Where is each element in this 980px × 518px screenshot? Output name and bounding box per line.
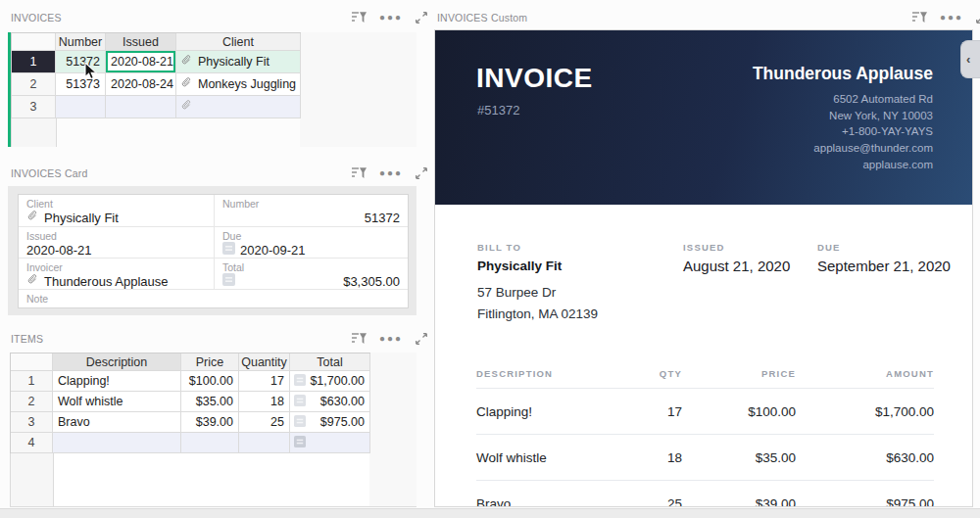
- corner-cell[interactable]: [11, 353, 53, 371]
- item-qty: 17: [564, 389, 682, 435]
- cell-quantity[interactable]: 25: [239, 412, 290, 433]
- cell-text: $630.00: [320, 395, 365, 408]
- cell-price[interactable]: [181, 433, 239, 453]
- formula-icon: [294, 374, 306, 389]
- cell-description[interactable]: Clapping!: [53, 371, 181, 392]
- field-client[interactable]: Client Physically Fit: [19, 195, 215, 226]
- column-header-quantity[interactable]: Quantity: [239, 353, 290, 371]
- table-row: 2 Wolf whistle $35.00 18 $630.00: [11, 392, 370, 412]
- header-row: Number Issued Client: [12, 33, 301, 51]
- cursor-cell-issued[interactable]: 2020-08-21: [106, 51, 176, 73]
- more-options-icon[interactable]: ●●●: [379, 10, 403, 25]
- bottom-scroll-area[interactable]: [0, 508, 980, 518]
- items-header-description: DESCRIPTION: [476, 368, 564, 389]
- field-due[interactable]: Due 2020-09-21: [215, 227, 408, 258]
- column-header-client[interactable]: Client: [176, 33, 301, 51]
- sort-filter-icon[interactable]: [911, 10, 928, 25]
- company-address-line: applause.com: [813, 157, 933, 173]
- cell-price[interactable]: $100.00: [181, 371, 239, 392]
- field-value: Please slip a check under my door: [26, 305, 400, 308]
- field-number[interactable]: Number 51372: [215, 195, 408, 226]
- cell-issued[interactable]: [106, 96, 176, 118]
- paperclip-icon: [180, 99, 193, 115]
- item-price: $100.00: [682, 389, 796, 435]
- column-header-price[interactable]: Price: [181, 353, 239, 371]
- bill-to-label: BILL TO: [477, 242, 521, 253]
- row-number[interactable]: 1: [12, 51, 56, 73]
- table-row: 1 Clapping! $100.00 17 $1,700.00: [11, 371, 370, 392]
- row-number[interactable]: 3: [12, 96, 56, 118]
- field-note[interactable]: Note Please slip a check under my door: [19, 290, 408, 308]
- cell-description[interactable]: [53, 433, 181, 453]
- bill-to-name: Physically Fit: [477, 259, 562, 273]
- cell-quantity[interactable]: 18: [239, 392, 290, 412]
- cell-client[interactable]: Physically Fit: [176, 51, 301, 73]
- field-issued[interactable]: Issued 2020-08-21: [19, 227, 215, 258]
- cell-number[interactable]: [56, 96, 106, 118]
- header-row: Description Price Quantity Total: [11, 353, 370, 371]
- grist-document-view: INVOICES ●●● Number Issued Client 1 5137…: [0, 0, 980, 518]
- cell-total[interactable]: $975.00: [290, 412, 370, 433]
- column-header-number[interactable]: Number: [56, 33, 106, 51]
- cell-issued[interactable]: 2020-08-24: [106, 73, 176, 96]
- cell-description[interactable]: Bravo: [53, 412, 181, 433]
- field-invoicer[interactable]: Invoicer Thunderous Applause: [19, 259, 215, 289]
- items-header-price: PRICE: [682, 368, 796, 389]
- invoices-table: Number Issued Client 1 51372 2020-08-21 …: [11, 32, 301, 118]
- column-header-issued[interactable]: Issued: [106, 33, 176, 51]
- cell-price[interactable]: $39.00: [181, 412, 239, 433]
- row-number[interactable]: 2: [11, 392, 53, 412]
- corner-cell[interactable]: [12, 33, 56, 51]
- panel-title-invoices-card: INVOICES Card: [11, 167, 87, 179]
- field-label: Due: [222, 230, 400, 242]
- expand-icon[interactable]: [975, 10, 980, 25]
- grid-empty-area: [369, 353, 416, 506]
- row-number[interactable]: 3: [11, 412, 53, 433]
- sort-filter-icon[interactable]: [351, 165, 368, 181]
- items-header-amount: AMOUNT: [796, 368, 934, 389]
- cell-quantity[interactable]: [239, 433, 290, 453]
- cell-client[interactable]: Monkeys Juggling: [176, 73, 301, 96]
- company-address-line: 6502 Automated Rd: [813, 91, 933, 108]
- cell-total[interactable]: $630.00: [290, 392, 370, 412]
- invoice-preview-widget: INVOICE #51372 Thunderous Applause 6502 …: [434, 29, 973, 507]
- item-qty: 25: [564, 481, 682, 507]
- cell-number[interactable]: 51373: [56, 73, 106, 96]
- more-options-icon[interactable]: ●●●: [940, 10, 963, 25]
- panel-title-items: ITEMS: [11, 333, 43, 345]
- item-amount: $630.00: [796, 435, 934, 481]
- cell-text: Monkeys Juggling: [198, 77, 296, 91]
- cell-total[interactable]: $1,700.00: [290, 371, 370, 392]
- cell-description[interactable]: Wolf whistle: [53, 392, 181, 412]
- row-number[interactable]: 1: [11, 371, 53, 392]
- field-total[interactable]: Total $3,305.00: [215, 259, 408, 289]
- cell-text: Physically Fit: [198, 55, 270, 69]
- row-number[interactable]: 2: [12, 73, 56, 96]
- cell-client[interactable]: [176, 96, 301, 118]
- paperclip-icon: [180, 76, 193, 92]
- cell-total[interactable]: [290, 433, 370, 453]
- invoice-header: INVOICE #51372 Thunderous Applause 6502 …: [435, 30, 972, 205]
- sort-filter-icon[interactable]: [351, 331, 368, 347]
- column-header-description[interactable]: Description: [53, 353, 181, 371]
- column-header-total[interactable]: Total: [290, 353, 370, 371]
- cell-quantity[interactable]: 17: [239, 371, 290, 392]
- sort-filter-icon[interactable]: [351, 10, 368, 25]
- row-number[interactable]: 4: [11, 433, 53, 453]
- expand-icon[interactable]: [415, 331, 428, 347]
- chevron-left-icon: ‹: [966, 53, 970, 66]
- field-label: Invoicer: [26, 261, 206, 273]
- collapse-panel-tab[interactable]: ‹: [960, 40, 980, 78]
- cell-number[interactable]: 51372: [56, 51, 106, 73]
- more-options-icon[interactable]: ●●●: [379, 331, 403, 347]
- more-options-icon[interactable]: ●●●: [379, 165, 403, 181]
- company-address-line: New York, NY 10003: [813, 108, 933, 124]
- issued-value: August 21, 2020: [683, 258, 790, 274]
- due-label: DUE: [817, 242, 841, 253]
- bill-to-address: 57 Burpee Dr Fitlington, MA 02139: [477, 282, 598, 325]
- bill-to-address-line: 57 Burpee Dr: [477, 282, 598, 304]
- cell-price[interactable]: $35.00: [181, 392, 239, 412]
- cell-text: $1,700.00: [310, 374, 365, 388]
- expand-icon[interactable]: [415, 165, 428, 181]
- expand-icon[interactable]: [415, 10, 428, 25]
